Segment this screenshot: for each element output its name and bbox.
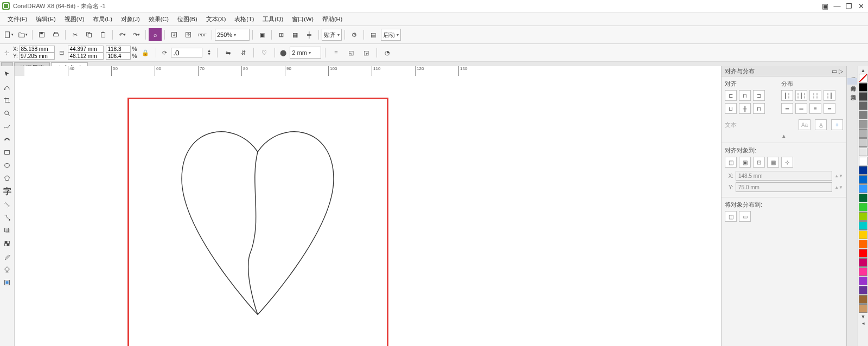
search-button[interactable]: ⌕ [149, 28, 162, 41]
dist-to-page-button[interactable]: ▭ [739, 211, 751, 222]
rectangle-tool[interactable] [1, 146, 13, 158]
color-swatch[interactable] [859, 249, 867, 258]
show-grid-button[interactable]: ▦ [289, 28, 302, 41]
no-color-swatch[interactable] [859, 74, 867, 82]
snap-dropdown[interactable]: 贴齐▾ [322, 29, 342, 41]
color-swatch[interactable] [859, 230, 867, 239]
menu-effects[interactable]: 效果(C) [144, 14, 173, 24]
interactive-fill-tool[interactable] [1, 264, 13, 275]
pos-y-input[interactable] [19, 53, 55, 60]
menu-help[interactable]: 帮助(H) [318, 14, 347, 24]
color-swatch[interactable] [859, 138, 867, 147]
color-swatch[interactable] [859, 267, 867, 276]
save-button[interactable] [35, 28, 48, 41]
close-button[interactable]: ✕ [856, 2, 866, 10]
pos-x-input[interactable] [19, 46, 55, 53]
menu-window[interactable]: 窗口(W) [288, 14, 318, 24]
align-to-grid-button[interactable]: ▦ [767, 157, 779, 168]
color-swatch[interactable] [859, 148, 867, 156]
align-x-input[interactable] [736, 171, 832, 181]
dist-space-v-button[interactable]: ≡ [809, 103, 821, 114]
text-tool[interactable]: 字 [1, 185, 13, 197]
color-swatch[interactable] [859, 194, 867, 202]
dist-space-h-button[interactable]: ╎╎ [809, 90, 821, 101]
mirror-h-button[interactable]: ⇋ [221, 46, 234, 59]
artistic-media-tool[interactable] [1, 133, 13, 145]
mirror-v-button[interactable]: ⇵ [237, 46, 250, 59]
pick-tool[interactable] [1, 68, 13, 80]
eyedropper-tool[interactable] [1, 251, 13, 262]
heart-shape[interactable] [155, 114, 361, 331]
fullscreen-button[interactable]: ▣ [256, 28, 269, 41]
color-swatch[interactable] [859, 83, 867, 92]
show-rulers-button[interactable]: ⊞ [275, 28, 288, 41]
menu-layout[interactable]: 布局(L) [88, 14, 116, 24]
docker-tab-align[interactable]: 对齐与分布 [847, 78, 857, 85]
palette-up-arrow[interactable]: ▲ [859, 67, 867, 74]
menu-object[interactable]: 对象(J) [117, 14, 144, 24]
dist-right-button[interactable]: ╎┃ [824, 90, 835, 101]
dist-bottom-button[interactable]: ━ [824, 103, 835, 114]
dist-to-selection-button[interactable]: ◫ [725, 211, 737, 222]
copy-button[interactable] [82, 28, 95, 41]
rotation-spinner[interactable]: ▲▼ [205, 48, 213, 57]
docker-tab-glyphs[interactable]: 插入字符 [847, 87, 857, 93]
docker-close-icon[interactable]: ▷ [839, 68, 843, 74]
color-swatch[interactable] [859, 166, 867, 175]
text-baseline-button[interactable]: Aa [799, 119, 810, 130]
color-swatch[interactable] [859, 111, 867, 119]
to-back-button[interactable]: ◲ [360, 46, 373, 59]
text-outline-button[interactable]: + [831, 119, 843, 130]
polygon-tool[interactable] [1, 172, 13, 184]
ruler-horizontal[interactable]: 40 50 60 70 80 90 100 110 120 130 [24, 66, 721, 76]
color-swatch[interactable] [859, 240, 867, 248]
docker-tab-styles[interactable]: 对象样式 [847, 69, 857, 76]
height-input[interactable] [68, 53, 104, 60]
import-button[interactable] [168, 28, 181, 41]
options-button[interactable]: ⚙ [348, 28, 361, 41]
redo-button[interactable]: ↷▾ [130, 28, 143, 41]
scale-y-input[interactable] [106, 53, 131, 60]
publish-pdf-button[interactable]: PDF [196, 28, 209, 41]
dist-center-h-button[interactable]: ╎┃╎ [795, 90, 807, 101]
open-button[interactable]: ▾ [16, 28, 29, 41]
to-front-button[interactable]: ◱ [344, 46, 358, 59]
color-swatch[interactable] [859, 129, 867, 138]
color-swatch[interactable] [859, 286, 867, 294]
menu-tools[interactable]: 工具(Q) [258, 14, 288, 24]
ruler-vertical[interactable] [15, 76, 25, 346]
launch-dropdown[interactable]: 启动▾ [381, 29, 401, 41]
ruler-corner[interactable] [15, 66, 25, 76]
docker-menu-icon[interactable]: ▭ [832, 68, 837, 74]
transparency-tool[interactable] [1, 238, 13, 249]
align-top-button[interactable]: ⊔ [725, 103, 737, 114]
color-swatch[interactable] [859, 175, 867, 184]
dist-left-button[interactable]: ┃╎ [781, 90, 793, 101]
export-button[interactable] [182, 28, 195, 41]
docker-title-bar[interactable]: 对齐与分布 ▭ ▷ [722, 66, 846, 76]
ellipse-tool[interactable] [1, 159, 13, 171]
quick-btn-icon[interactable]: ▣ [820, 2, 830, 10]
color-swatch[interactable] [859, 212, 867, 221]
text-first-line-button[interactable]: A̲ [815, 119, 827, 130]
maximize-button[interactable]: ❐ [844, 2, 854, 10]
freehand-tool[interactable] [1, 120, 13, 132]
color-swatch[interactable] [859, 203, 867, 212]
rotation-input[interactable] [171, 48, 202, 57]
parallel-dim-tool[interactable] [1, 198, 13, 210]
align-right-button[interactable]: ⊐ [753, 90, 765, 101]
align-to-page-edge-button[interactable]: ▣ [739, 157, 751, 168]
color-swatch[interactable] [859, 157, 867, 165]
palette-down-arrow[interactable]: ▼ [859, 313, 867, 320]
zoom-level-dropdown[interactable]: 250%▾ [215, 29, 250, 41]
drop-shadow-tool[interactable] [1, 225, 13, 236]
connector-tool[interactable] [1, 212, 13, 223]
color-swatch[interactable] [859, 184, 867, 193]
zoom-tool[interactable] [1, 107, 13, 119]
undo-button[interactable]: ↶▾ [116, 28, 129, 41]
dist-center-v-button[interactable]: ═ [795, 103, 807, 114]
align-bottom-button[interactable]: ⊓ [753, 103, 765, 114]
outline-width-dropdown[interactable]: 2 mm▾ [290, 47, 321, 59]
align-center-h-button[interactable]: ⊓ [739, 90, 751, 101]
convert-curves-button[interactable]: ◔ [381, 46, 394, 59]
